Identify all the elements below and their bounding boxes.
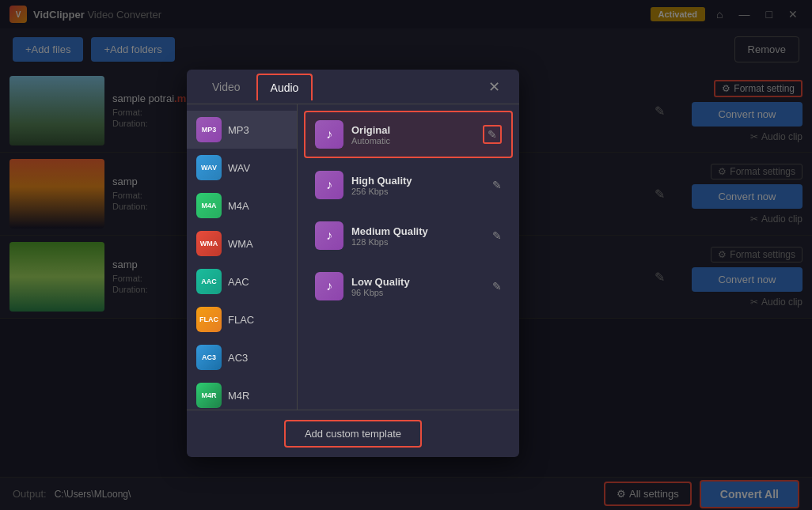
format-item-m4r[interactable]: M4R M4R <box>187 376 297 410</box>
quality-icon: ♪ <box>315 120 343 149</box>
format-badge-wav: WAV <box>196 155 222 180</box>
format-label: AC3 <box>228 352 248 364</box>
tab-audio[interactable]: Audio <box>256 74 313 100</box>
quality-text: Medium Quality 128 Kbps <box>351 225 484 247</box>
format-badge-wma: WMA <box>196 231 222 256</box>
format-badge-flac: FLAC <box>196 307 222 332</box>
format-label: M4A <box>228 200 249 212</box>
format-item-wav[interactable]: WAV WAV <box>187 149 297 187</box>
quality-name: High Quality <box>351 175 484 187</box>
quality-icon: ♪ <box>315 221 343 250</box>
quality-sub: 256 Kbps <box>351 187 484 196</box>
dialog-footer: Add custom template <box>187 410 519 457</box>
format-label: M4R <box>228 390 249 402</box>
format-label: WAV <box>228 162 250 174</box>
quality-edit-icon[interactable]: ✎ <box>492 179 502 191</box>
format-item-aac[interactable]: AAC AAC <box>187 263 297 300</box>
quality-text: Original Automatic <box>351 124 475 145</box>
quality-sub: 128 Kbps <box>351 237 484 247</box>
quality-item-low[interactable]: ♪ Low Quality 96 Kbps ✎ <box>304 263 513 310</box>
quality-item-medium[interactable]: ♪ Medium Quality 128 Kbps ✎ <box>304 212 513 259</box>
dialog-close-button[interactable]: ✕ <box>482 75 507 99</box>
format-dialog: Video Audio ✕ MP3 MP3 WAV WAV M4A M4A <box>187 70 519 457</box>
quality-edit-icon[interactable]: ✎ <box>492 280 502 293</box>
format-label: WMA <box>228 238 253 250</box>
dialog-body: MP3 MP3 WAV WAV M4A M4A WMA WMA AAC AA <box>187 104 519 410</box>
format-badge-aac: AAC <box>196 269 222 294</box>
format-label: AAC <box>228 276 249 288</box>
format-item-ac3[interactable]: AC3 AC3 <box>187 338 297 376</box>
tab-video[interactable]: Video <box>199 74 253 100</box>
format-item-wma[interactable]: WMA WMA <box>187 225 297 263</box>
quality-icon: ♪ <box>315 171 343 199</box>
quality-edit-icon[interactable]: ✎ <box>483 125 502 144</box>
quality-edit-icon[interactable]: ✎ <box>492 229 502 242</box>
quality-sub: 96 Kbps <box>351 288 484 297</box>
quality-name: Medium Quality <box>351 225 484 237</box>
quality-sub: Automatic <box>351 136 475 145</box>
dialog-overlay: Video Audio ✕ MP3 MP3 WAV WAV M4A M4A <box>0 0 812 510</box>
quality-text: High Quality 256 Kbps <box>351 175 484 196</box>
format-item-flac[interactable]: FLAC FLAC <box>187 300 297 338</box>
quality-name: Original <box>351 124 475 136</box>
quality-item-original[interactable]: ♪ Original Automatic ✎ <box>304 111 513 158</box>
quality-list: ♪ Original Automatic ✎ ♪ High Quality 25… <box>298 104 519 410</box>
format-item-mp3[interactable]: MP3 MP3 <box>187 111 297 149</box>
format-label: MP3 <box>228 124 249 136</box>
format-badge-mp3: MP3 <box>196 117 222 142</box>
format-list: MP3 MP3 WAV WAV M4A M4A WMA WMA AAC AA <box>187 104 298 410</box>
quality-text: Low Quality 96 Kbps <box>351 276 484 297</box>
quality-icon: ♪ <box>315 272 343 300</box>
add-custom-template-button[interactable]: Add custom template <box>284 420 422 448</box>
format-badge-m4r: M4R <box>196 383 222 408</box>
format-badge-m4a: M4A <box>196 193 222 218</box>
format-item-m4a[interactable]: M4A M4A <box>187 187 297 225</box>
format-badge-ac3: AC3 <box>196 345 222 370</box>
format-label: FLAC <box>228 314 254 326</box>
quality-item-high[interactable]: ♪ High Quality 256 Kbps ✎ <box>304 161 513 209</box>
dialog-tabs: Video Audio ✕ <box>187 70 519 104</box>
quality-name: Low Quality <box>351 276 484 288</box>
